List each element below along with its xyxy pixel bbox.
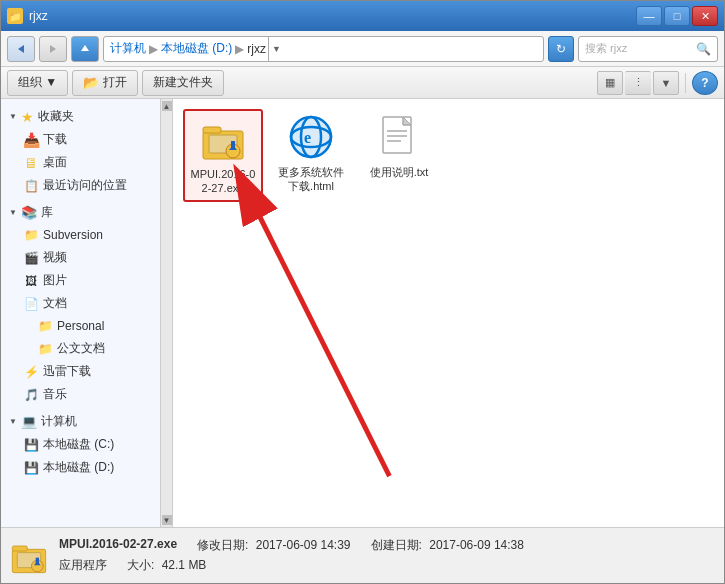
- txt-file-label: 使用说明.txt: [370, 165, 429, 179]
- sidebar-item-image[interactable]: 🖼 图片: [1, 269, 160, 292]
- image-icon: 🖼: [23, 273, 39, 289]
- svg-rect-28: [36, 557, 39, 564]
- back-button[interactable]: [7, 36, 35, 62]
- up-button[interactable]: [71, 36, 99, 62]
- sidebar-item-download[interactable]: 📥 下载: [1, 128, 160, 151]
- window-title: rjxz: [29, 9, 48, 23]
- sidebar-item-music-label: 音乐: [43, 386, 67, 403]
- view-button-2[interactable]: ⋮: [625, 71, 651, 95]
- size-value: 42.1 MB: [162, 558, 207, 572]
- open-icon: 📂: [83, 75, 99, 90]
- favorites-triangle: ▼: [9, 113, 17, 121]
- sep2: ▶: [235, 42, 244, 56]
- maximize-button[interactable]: □: [664, 6, 690, 26]
- subversion-icon: 📁: [23, 227, 39, 243]
- library-triangle: ▼: [9, 209, 17, 217]
- doc-icon: 📄: [23, 296, 39, 312]
- modified-label: 修改日期:: [197, 538, 248, 552]
- sidebar-scrollbar[interactable]: ▲ ▼: [161, 99, 173, 527]
- created-value: 2017-06-09 14:38: [429, 538, 524, 552]
- status-created: 创建日期: 2017-06-09 14:38: [371, 537, 524, 554]
- file-area: MPUI.2016-02-27.exe e 更多系统软件下载.html: [173, 99, 724, 527]
- sidebar-item-subversion[interactable]: 📁 Subversion: [1, 224, 160, 246]
- sidebar-item-image-label: 图片: [43, 272, 67, 289]
- address-bar: 计算机 ▶ 本地磁盘 (D:) ▶ rjxz ▼ ↻ 搜索 rjxz 🔍: [1, 31, 724, 67]
- sidebar-item-music[interactable]: 🎵 音乐: [1, 383, 160, 406]
- breadcrumb-computer[interactable]: 计算机: [110, 40, 146, 57]
- svg-marker-0: [18, 45, 24, 53]
- sidebar-item-diskc[interactable]: 💾 本地磁盘 (C:): [1, 433, 160, 456]
- title-bar-buttons: — □ ✕: [636, 6, 718, 26]
- library-label: 库: [41, 204, 53, 221]
- computer-triangle: ▼: [9, 418, 17, 426]
- scroll-track: [161, 111, 172, 515]
- main-area: ▼ ★ 收藏夹 📥 下载 🖥 桌面 📋 最近访问的位置: [1, 99, 724, 527]
- sidebar-item-diskd[interactable]: 💾 本地磁盘 (D:): [1, 456, 160, 479]
- window-icon: 📁: [7, 8, 23, 24]
- svg-marker-1: [50, 45, 56, 53]
- folder-icon: 📥: [23, 132, 39, 148]
- computer-label: 计算机: [41, 413, 77, 430]
- modified-value: 2017-06-09 14:39: [256, 538, 351, 552]
- computer-icon: 💻: [21, 414, 37, 429]
- breadcrumb-dropdown-button[interactable]: ▼: [268, 36, 284, 62]
- view-button-1[interactable]: ▦: [597, 71, 623, 95]
- sidebar-item-download-label: 下载: [43, 131, 67, 148]
- organize-label: 组织 ▼: [18, 74, 57, 91]
- view-controls: ▦ ⋮ ▼ ?: [597, 71, 718, 95]
- video-icon: 🎬: [23, 250, 39, 266]
- sidebar-item-doc[interactable]: 📄 文档: [1, 292, 160, 315]
- sidebar-item-diskd-label: 本地磁盘 (D:): [43, 459, 114, 476]
- sidebar: ▼ ★ 收藏夹 📥 下载 🖥 桌面 📋 最近访问的位置: [1, 99, 161, 527]
- scroll-down-arrow[interactable]: ▼: [162, 515, 172, 525]
- file-item-html[interactable]: e 更多系统软件下载.html: [271, 109, 351, 202]
- window: 📁 rjxz — □ ✕ 计算机 ▶ 本地磁盘 (D:) ▶ rjxz ▼ ↻: [0, 0, 725, 584]
- sidebar-item-recent[interactable]: 📋 最近访问的位置: [1, 174, 160, 197]
- view-button-3[interactable]: ▼: [653, 71, 679, 95]
- new-folder-button[interactable]: 新建文件夹: [142, 70, 224, 96]
- forward-button[interactable]: [39, 36, 67, 62]
- status-size: 大小: 42.1 MB: [127, 557, 206, 574]
- breadcrumb-disk[interactable]: 本地磁盘 (D:): [161, 40, 232, 57]
- scroll-up-arrow[interactable]: ▲: [162, 101, 172, 111]
- svg-text:e: e: [304, 129, 311, 146]
- star-icon: ★: [21, 109, 34, 125]
- organize-button[interactable]: 组织 ▼: [7, 70, 68, 96]
- xunlei-icon: ⚡: [23, 364, 39, 380]
- file-item-txt[interactable]: 使用说明.txt: [359, 109, 439, 202]
- refresh-button[interactable]: ↻: [548, 36, 574, 62]
- sidebar-favorites-header[interactable]: ▼ ★ 收藏夹: [1, 105, 160, 128]
- status-row-2: 应用程序 大小: 42.1 MB: [59, 557, 524, 574]
- toolbar: 组织 ▼ 📂 打开 新建文件夹 ▦ ⋮ ▼ ?: [1, 67, 724, 99]
- sidebar-item-xunlei[interactable]: ⚡ 迅雷下载: [1, 360, 160, 383]
- sidebar-item-desktop[interactable]: 🖥 桌面: [1, 151, 160, 174]
- sidebar-item-video-label: 视频: [43, 249, 67, 266]
- file-item-exe[interactable]: MPUI.2016-02-27.exe: [183, 109, 263, 202]
- sidebar-library-header[interactable]: ▼ 📚 库: [1, 201, 160, 224]
- open-button[interactable]: 📂 打开: [72, 70, 138, 96]
- sidebar-item-desktop-label: 桌面: [43, 154, 67, 171]
- status-filename: MPUI.2016-02-27.exe: [59, 537, 177, 554]
- status-file-icon: [9, 536, 49, 576]
- exe-file-label: MPUI.2016-02-27.exe: [189, 167, 257, 196]
- breadcrumb-bar: 计算机 ▶ 本地磁盘 (D:) ▶ rjxz ▼: [103, 36, 544, 62]
- sep1: ▶: [149, 42, 158, 56]
- music-icon: 🎵: [23, 387, 39, 403]
- sidebar-item-personal-label: Personal: [57, 319, 104, 333]
- search-box[interactable]: 搜索 rjxz 🔍: [578, 36, 718, 62]
- sidebar-item-subversion-label: Subversion: [43, 228, 103, 242]
- favorites-label: 收藏夹: [38, 108, 74, 125]
- sidebar-item-video[interactable]: 🎬 视频: [1, 246, 160, 269]
- sidebar-item-personal[interactable]: 📁 Personal: [1, 315, 160, 337]
- sidebar-section-computer: ▼ 💻 计算机 💾 本地磁盘 (C:) 💾 本地磁盘 (D:): [1, 410, 160, 479]
- new-folder-label: 新建文件夹: [153, 74, 213, 91]
- close-button[interactable]: ✕: [692, 6, 718, 26]
- sidebar-computer-header[interactable]: ▼ 💻 计算机: [1, 410, 160, 433]
- sidebar-item-gongwen[interactable]: 📁 公文文档: [1, 337, 160, 360]
- help-button[interactable]: ?: [692, 71, 718, 95]
- status-info: MPUI.2016-02-27.exe 修改日期: 2017-06-09 14:…: [59, 537, 524, 574]
- size-label: 大小:: [127, 558, 154, 572]
- personal-icon: 📁: [37, 318, 53, 334]
- sidebar-section-favorites: ▼ ★ 收藏夹 📥 下载 🖥 桌面 📋 最近访问的位置: [1, 105, 160, 197]
- minimize-button[interactable]: —: [636, 6, 662, 26]
